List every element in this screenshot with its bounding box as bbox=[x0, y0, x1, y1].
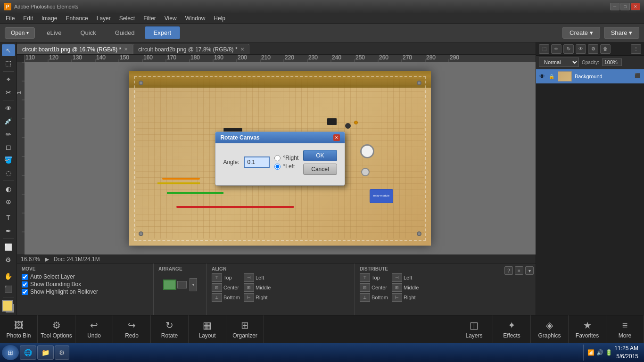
expand-button[interactable]: ▾ bbox=[525, 266, 534, 275]
arrange-front-icon[interactable] bbox=[163, 280, 176, 290]
rotate-tool[interactable]: ↻ Rotate bbox=[151, 315, 189, 344]
taskbar-settings[interactable]: ⚙ bbox=[55, 346, 69, 360]
tab-guided[interactable]: Guided bbox=[106, 26, 144, 39]
maximize-button[interactable]: □ bbox=[620, 3, 630, 10]
brush2-tool[interactable]: ✒ bbox=[2, 225, 15, 237]
text-tool[interactable]: T bbox=[2, 212, 15, 224]
effects-tool[interactable]: ✦ Effects bbox=[493, 315, 531, 344]
menu-view[interactable]: View bbox=[161, 14, 181, 23]
layout-tool[interactable]: ▦ Layout bbox=[189, 315, 226, 344]
angle-input[interactable] bbox=[244, 156, 270, 168]
fill-tool[interactable]: 🪣 bbox=[2, 154, 15, 166]
move-tool[interactable]: ↖ bbox=[2, 44, 15, 56]
highlight-checkbox[interactable] bbox=[22, 289, 28, 295]
minimize-button[interactable]: ─ bbox=[610, 3, 619, 10]
align-left-btn[interactable]: ⊣ bbox=[244, 273, 254, 282]
layers-tool[interactable]: ◫ Layers bbox=[455, 315, 493, 344]
tab-quick[interactable]: Quick bbox=[71, 26, 105, 39]
close-button[interactable]: ✕ bbox=[631, 3, 640, 10]
tool-options-tool[interactable]: ⚙ Tool Options bbox=[38, 315, 75, 344]
menu-filter[interactable]: Filter bbox=[140, 14, 160, 23]
foreground-color[interactable] bbox=[2, 300, 13, 312]
photo-bin-tool[interactable]: 🖼 Photo Bin bbox=[0, 315, 38, 344]
menu-file[interactable]: File bbox=[2, 14, 18, 23]
dropper-tool[interactable]: 💉 bbox=[2, 115, 15, 127]
menu-help[interactable]: Help bbox=[210, 14, 229, 23]
stamp-tool[interactable]: ⬛ bbox=[2, 283, 15, 295]
brush-tool[interactable]: ✏ bbox=[2, 128, 15, 140]
menu-layer[interactable]: Layer bbox=[93, 14, 115, 23]
start-button[interactable]: ⊞ bbox=[2, 345, 19, 360]
align-top-btn[interactable]: ⊤ bbox=[212, 273, 222, 282]
layer-visibility-toggle[interactable]: 👁 bbox=[539, 73, 545, 80]
graphics-tool[interactable]: ◈ Graphics bbox=[531, 315, 569, 344]
more-tool[interactable]: ≡ More bbox=[606, 315, 644, 344]
panel-brush-btn[interactable]: ✏ bbox=[551, 44, 561, 54]
dist-bottom-btn[interactable]: ⊥ bbox=[360, 293, 370, 302]
dist-left-btn[interactable]: ⊣ bbox=[392, 273, 402, 282]
selection-tool[interactable]: ⬚ bbox=[2, 57, 15, 69]
eraser-tool[interactable]: ◻ bbox=[2, 141, 15, 153]
bounding-box-checkbox[interactable] bbox=[22, 281, 28, 288]
menu-edit[interactable]: Edit bbox=[19, 14, 37, 23]
align-right-btn[interactable]: ⊢ bbox=[244, 293, 254, 302]
arrange-back-icon[interactable] bbox=[177, 281, 187, 288]
quick-select-tool[interactable]: ✂ bbox=[2, 86, 15, 98]
layer-item-background[interactable]: 👁 🔒 Background ⬛ bbox=[536, 69, 644, 83]
menu-window[interactable]: Window bbox=[182, 14, 209, 23]
share-button[interactable]: Share ▾ bbox=[604, 27, 639, 39]
open-button[interactable]: Open ▾ bbox=[5, 27, 35, 39]
clone-tool[interactable]: ⊕ bbox=[2, 196, 15, 208]
blend-mode-select[interactable]: Normal bbox=[539, 58, 579, 67]
panel-trash-btn[interactable]: 🗑 bbox=[600, 44, 611, 54]
ok-button[interactable]: OK bbox=[303, 150, 337, 161]
cancel-button[interactable]: Cancel bbox=[303, 164, 337, 175]
panel-rotate-btn[interactable]: ↻ bbox=[563, 44, 574, 54]
left-radio[interactable] bbox=[274, 164, 281, 170]
tab-elive[interactable]: eLive bbox=[38, 26, 70, 39]
tab-close-2[interactable]: ✕ bbox=[240, 47, 244, 52]
canvas-content[interactable]: relay module bbox=[25, 62, 536, 255]
lasso-tool[interactable]: ⌖ bbox=[2, 74, 15, 85]
taskbar-explorer[interactable]: 📁 bbox=[37, 346, 54, 360]
shape-tool[interactable]: ⬜ bbox=[2, 241, 15, 253]
panel-eye-btn[interactable]: 👁 bbox=[576, 44, 586, 54]
create-button[interactable]: Create ▾ bbox=[562, 27, 600, 39]
dodge-tool[interactable]: ◐ bbox=[2, 183, 15, 195]
left-radio-label[interactable]: °Left bbox=[274, 163, 298, 170]
right-radio[interactable] bbox=[274, 155, 281, 161]
arrange-dropdown[interactable]: ▾ bbox=[190, 278, 197, 291]
auto-select-checkbox[interactable] bbox=[22, 274, 28, 280]
dist-right-btn[interactable]: ⊢ bbox=[392, 293, 402, 302]
help-button[interactable]: ? bbox=[504, 266, 513, 275]
smudge-tool[interactable]: ◌ bbox=[2, 167, 15, 179]
transform-tool[interactable]: ⚙ bbox=[2, 254, 15, 266]
panel-more-btn[interactable]: ⋮ bbox=[631, 44, 641, 54]
dist-center-btn[interactable]: ⊟ bbox=[360, 283, 370, 292]
tab-close-1[interactable]: ✕ bbox=[124, 47, 128, 52]
redo-tool[interactable]: ↪ Redo bbox=[113, 315, 151, 344]
menu-enhance[interactable]: Enhance bbox=[62, 14, 91, 23]
canvas-tab-2[interactable]: circuit board2b.png @ 17.8% (RGB/8) * ✕ bbox=[133, 44, 249, 54]
favorites-tool[interactable]: ★ Favorites bbox=[569, 315, 606, 344]
hand-tool[interactable]: ✋ bbox=[2, 270, 15, 282]
menu-image[interactable]: Image bbox=[38, 14, 61, 23]
menu-select[interactable]: Select bbox=[116, 14, 139, 23]
list-view-button[interactable]: ≡ bbox=[515, 266, 523, 275]
opacity-input[interactable] bbox=[602, 58, 622, 66]
undo-tool[interactable]: ↩ Undo bbox=[75, 315, 113, 344]
align-middle-btn[interactable]: ⊞ bbox=[244, 283, 254, 292]
organizer-tool[interactable]: ⊞ Organizer bbox=[226, 315, 264, 344]
right-radio-label[interactable]: °Right bbox=[274, 155, 298, 161]
canvas-tab-1[interactable]: circuit board1b.png @ 16.7% (RGB/8) * ✕ bbox=[17, 44, 133, 54]
taskbar-browser[interactable]: 🌐 bbox=[20, 346, 36, 360]
dist-top-btn[interactable]: ⊤ bbox=[360, 273, 370, 282]
eye-tool[interactable]: 👁 bbox=[2, 102, 15, 114]
align-bottom-btn[interactable]: ⊥ bbox=[212, 293, 222, 302]
tab-expert[interactable]: Expert bbox=[145, 26, 181, 39]
panel-select-btn[interactable]: ⬚ bbox=[539, 44, 549, 54]
dist-middle-btn[interactable]: ⊞ bbox=[392, 283, 402, 292]
dialog-close-button[interactable]: ✕ bbox=[333, 134, 340, 141]
align-center-btn[interactable]: ⊟ bbox=[212, 283, 222, 292]
panel-filter-btn[interactable]: ⚙ bbox=[588, 44, 598, 54]
